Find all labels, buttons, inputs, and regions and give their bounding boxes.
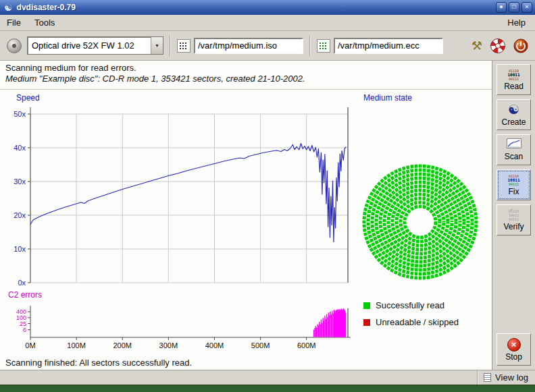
view-log-button[interactable]: View log: [477, 370, 535, 385]
stop-button[interactable]: × Stop: [496, 333, 531, 366]
success-label: Successfully read: [376, 300, 444, 310]
minimize-button[interactable]: ●: [496, 2, 507, 13]
svg-text:40x: 40x: [14, 144, 26, 152]
read-binary-icon: 01110 10011 00111: [507, 69, 519, 81]
svg-text:30x: 30x: [14, 177, 26, 186]
stop-x-icon: ×: [507, 338, 521, 352]
log-icon: [484, 373, 491, 382]
legend-item-unreadable: Unreadable / skipped: [363, 314, 459, 331]
fix-binary-icon: 01110 10011 00111: [507, 174, 519, 186]
scan-chart-icon: [507, 138, 521, 151]
svg-text:200M: 200M: [113, 341, 132, 349]
svg-text:20x: 20x: [14, 211, 26, 219]
stop-label: Stop: [505, 352, 522, 362]
toolbar-right-group: ⚒: [472, 38, 528, 53]
svg-text:50x: 50x: [14, 110, 26, 118]
drive-select-value: Optical drive 52X FW 1.02: [28, 40, 151, 51]
toolbar-separator: [309, 36, 311, 56]
close-button[interactable]: ×: [521, 2, 532, 13]
window-frame-strip: [0, 385, 535, 392]
status-line-2: Medium "Example disc": CD-R mode 1, 3534…: [5, 74, 305, 84]
window-title: dvdisaster-0.79: [17, 3, 494, 12]
help-lifebuoy-icon[interactable]: [490, 38, 505, 53]
statusbar: View log: [0, 370, 535, 385]
verify-binary-icon: 01110 10011 00111 ✓: [509, 209, 519, 221]
iso-path-input[interactable]: [194, 38, 303, 54]
maximize-button[interactable]: □: [509, 2, 519, 13]
power-glyph: [513, 38, 528, 53]
preferences-wrench-icon[interactable]: ⚒: [472, 38, 482, 53]
menu-help[interactable]: Help: [501, 15, 532, 30]
quit-power-icon[interactable]: [513, 38, 528, 53]
finish-status: Scanning finished: All sectors successfu…: [5, 358, 192, 368]
svg-text:0x: 0x: [18, 279, 26, 287]
create-button[interactable]: ☯ Create: [496, 99, 531, 130]
status-line-1: Scanning medium for read errors.: [5, 63, 136, 73]
svg-text:600M: 600M: [297, 341, 316, 349]
ecc-path-input[interactable]: [334, 38, 443, 54]
fix-label: Fix: [509, 187, 519, 196]
unreadable-label: Unreadable / skipped: [376, 317, 459, 327]
optical-drive-icon: [7, 38, 22, 53]
svg-text:0M: 0M: [25, 341, 35, 349]
lifebuoy-hole: [495, 43, 501, 49]
menu-tools[interactable]: Tools: [28, 15, 61, 30]
read-label: Read: [504, 82, 524, 91]
verify-button[interactable]: 01110 10011 00111 ✓ Verify: [496, 204, 531, 235]
svg-text:6: 6: [23, 327, 26, 333]
iso-file-icon: [177, 39, 190, 53]
svg-text:100M: 100M: [67, 341, 86, 349]
drawing-area: Scanning medium for read errors. Medium …: [0, 61, 492, 370]
svg-text:10x: 10x: [14, 245, 26, 253]
app-icon: ☯: [4, 0, 13, 15]
read-button[interactable]: 01110 10011 00111 Read: [496, 64, 531, 95]
create-label: Create: [501, 117, 526, 127]
check-icon: ✓: [511, 207, 513, 211]
menu-file[interactable]: File: [0, 15, 28, 30]
header-separator: [0, 89, 492, 90]
unreadable-swatch: [363, 319, 370, 326]
svg-text:400M: 400M: [205, 341, 224, 349]
app-window: ☯ dvdisaster-0.79 ● □ × File Tools Help …: [0, 0, 535, 392]
svg-text:500M: 500M: [251, 341, 270, 349]
ecc-file-icon: [317, 39, 330, 53]
scan-label: Scan: [505, 152, 523, 161]
legend-item-success: Successfully read: [363, 297, 459, 314]
toolbar-separator: [170, 36, 171, 56]
yin-yang-icon: ☯: [508, 103, 519, 117]
toolbar: Optical drive 52X FW 1.02 ▼ ⚒: [0, 31, 535, 61]
legend: Successfully read Unreadable / skipped: [363, 297, 459, 331]
menubar: File Tools Help: [0, 15, 535, 31]
drive-select[interactable]: Optical drive 52X FW 1.02 ▼: [27, 36, 163, 55]
chevron-down-icon[interactable]: ▼: [151, 37, 163, 54]
scan-button[interactable]: Scan: [496, 134, 531, 165]
success-swatch: [363, 302, 370, 309]
view-log-label: View log: [495, 372, 528, 383]
action-sidebar: 01110 10011 00111 Read ☯ Create Scan 011…: [492, 61, 535, 370]
titlebar[interactable]: ☯ dvdisaster-0.79 ● □ ×: [0, 0, 535, 15]
fix-button[interactable]: 01110 10011 00111 Fix: [496, 169, 531, 200]
svg-text:300M: 300M: [159, 341, 178, 349]
verify-label: Verify: [503, 222, 524, 231]
